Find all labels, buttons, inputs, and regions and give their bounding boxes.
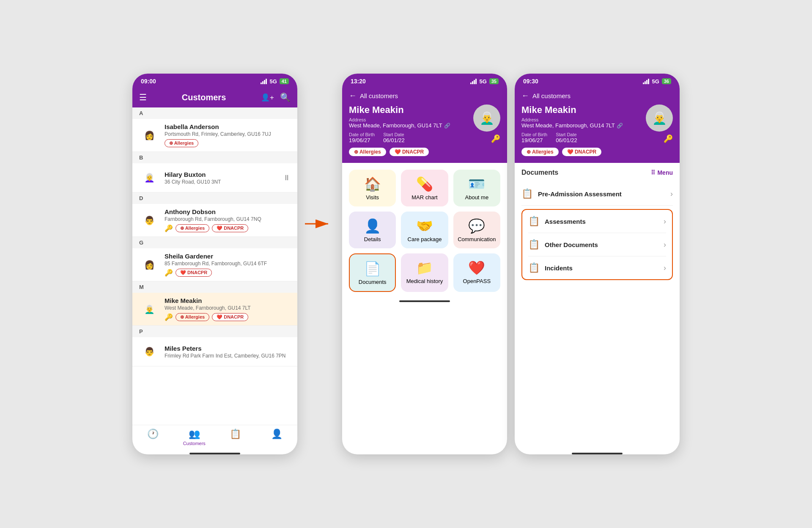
clock-icon: 🕐: [147, 429, 159, 440]
list-item[interactable]: 👩 Isabella Anderson Portsmouth Rd, Friml…: [132, 119, 297, 152]
avatar: 👩: [139, 255, 159, 275]
profile-meta-2: Date of Birth 19/06/27 Start Date 06/01/…: [349, 132, 450, 143]
address-link-icon-2[interactable]: 🔗: [444, 123, 450, 129]
docs-title: Documents: [521, 169, 558, 176]
doc-name-other: Other Documents: [545, 241, 658, 248]
key-icon: 🔑: [165, 269, 173, 277]
tile-documents[interactable]: 📄 Documents: [349, 253, 396, 292]
menu-button-docs[interactable]: ⠿ Menu: [651, 169, 673, 176]
chevron-right-icon-3: ›: [664, 264, 666, 272]
details-icon: 👤: [364, 219, 381, 233]
dob-value-3: 19/06/27: [521, 137, 547, 143]
nav-item-clock[interactable]: 🕐: [132, 429, 174, 446]
tile-about-me[interactable]: 🪪 About me: [453, 170, 500, 206]
tile-medical-history[interactable]: 📁 Medical history: [401, 253, 448, 292]
back-label-3: All customers: [532, 92, 571, 99]
back-arrow-3[interactable]: ←: [521, 91, 529, 100]
address-value-2: West Meade, Farnborough, GU14 7LT: [349, 122, 442, 129]
allergies-badge-2: ⊕ Allergies: [349, 148, 386, 156]
tile-medhist-label: Medical history: [406, 278, 443, 284]
signal-icon-1: [261, 79, 267, 84]
list-item[interactable]: 👨 Miles Peters Frimley Rd Park Farm Ind …: [132, 337, 297, 366]
avatar-key-group-3: 👨‍🦳 🔑: [646, 104, 673, 143]
back-row-3: ← All customers: [521, 91, 673, 100]
address-value-3: West Meade, Farnborough, GU14 7LT: [521, 122, 615, 129]
profile-icon: 👤: [271, 429, 283, 440]
menu-button[interactable]: ☰: [139, 92, 147, 102]
customer-address: West Meade, Farnborough, GU14 7LT: [165, 305, 291, 311]
medhist-icon: 📁: [416, 261, 433, 275]
customer-info: Anthony Dobson Farnborough Rd, Farnborou…: [165, 208, 291, 232]
nav-item-profile[interactable]: 👤: [256, 429, 298, 446]
key-icon: 🔑: [165, 313, 173, 321]
care-icon: 🤝: [416, 219, 433, 233]
tile-care-package[interactable]: 🤝 Care package: [401, 212, 448, 248]
list-item[interactable]: 👨‍🦳 Mike Meakin West Meade, Farnborough,…: [132, 293, 297, 326]
list-item[interactable]: 👨 Anthony Dobson Farnborough Rd, Farnbor…: [132, 204, 297, 237]
bottom-nav: 🕐 👥 Customers 📋 👤: [132, 425, 297, 451]
tile-openpass-label: OpenPASS: [463, 278, 491, 284]
start-label-3: Start Date: [556, 132, 577, 137]
address-label-2: Address: [349, 117, 450, 122]
start-value-2: 06/01/22: [383, 137, 405, 143]
profile-header-3: ← All customers Mike Meakin Address West…: [515, 87, 680, 163]
list-item[interactable]: 👩 Sheila Gardener 85 Farnborough Rd, Far…: [132, 248, 297, 281]
network-3: 5G: [652, 78, 659, 85]
avatar-2: 👨‍🦳: [473, 104, 500, 132]
profile-info-2: Mike Meakin Address West Meade, Farnboro…: [349, 104, 450, 143]
address-link-icon-3[interactable]: 🔗: [617, 123, 623, 129]
tile-openpass[interactable]: ❤️ OpenPASS: [453, 253, 500, 292]
menu-grid-icon: ⠿: [651, 169, 655, 176]
customer-address: Farnborough Rd, Farnborough, GU14 7NQ: [165, 216, 291, 222]
doc-item-pre-admission[interactable]: 📋 Pre-Admission Assessment ›: [521, 182, 673, 206]
section-d: D: [132, 192, 297, 204]
customer-address: Frimley Rd Park Farm Ind Est, Camberley,…: [165, 353, 291, 359]
menu-label: Menu: [657, 169, 673, 176]
doc-item-other[interactable]: 📋 Other Documents ›: [528, 233, 666, 256]
customer-name: Isabella Anderson: [165, 123, 291, 130]
section-g: G: [132, 237, 297, 248]
allergies-badge-3: ⊕ Allergies: [521, 148, 559, 156]
doc-item-assessments[interactable]: 📋 Assessments ›: [528, 210, 666, 233]
doc-name-assessments: Assessments: [545, 218, 658, 225]
grid-menu: 🏠 Visits 💊 MAR chart 🪪 About me 👤 Detail…: [342, 163, 507, 299]
profile-badges-3: ⊕ Allergies ❤️ DNACPR: [521, 148, 673, 156]
doc-item-incidents[interactable]: 📋 Incidents ›: [528, 256, 666, 279]
docs-tile-icon: 📄: [364, 262, 381, 275]
status-bar-1: 09:00 5G 41: [132, 74, 297, 87]
dob-group-2: Date of Birth 19/06/27: [349, 132, 375, 143]
customer-tags: ⊕ Allergies: [165, 139, 291, 147]
nav-item-customers[interactable]: 👥 Customers: [174, 429, 215, 446]
status-icons-2: 5G 35: [470, 78, 499, 85]
avatar: 👩‍🦳: [139, 168, 159, 188]
tile-details[interactable]: 👤 Details: [349, 212, 396, 248]
search-button[interactable]: 🔍: [280, 92, 291, 102]
tile-mar-chart[interactable]: 💊 MAR chart: [401, 170, 448, 206]
openpass-icon: ❤️: [468, 261, 485, 275]
start-group-3: Start Date 06/01/22: [556, 132, 577, 143]
tile-comm-label: Communication: [458, 236, 496, 242]
time-2: 13:20: [351, 78, 366, 85]
comm-icon: 💬: [468, 219, 485, 233]
add-user-button[interactable]: 👤+: [261, 92, 274, 102]
profile-meta-3: Date of Birth 19/06/27 Start Date 06/01/…: [521, 132, 623, 143]
tile-communication[interactable]: 💬 Communication: [453, 212, 500, 248]
documents-section: Documents ⠿ Menu 📋 Pre-Admission Assessm…: [515, 163, 680, 451]
dnacpr-tag: ❤️ DNACPR: [176, 269, 212, 277]
customer-info: Mike Meakin West Meade, Farnborough, GU1…: [165, 297, 291, 321]
customer-name: Hilary Buxton: [165, 171, 278, 178]
key-icon-3: 🔑: [664, 134, 673, 143]
dnacpr-tag: ❤️ DNACPR: [212, 313, 248, 321]
status-bar-3: 09:30 5G 36: [515, 74, 680, 87]
customers-icon: 👥: [189, 429, 200, 440]
nav-item-docs[interactable]: 📋: [215, 429, 256, 446]
section-p: P: [132, 326, 297, 337]
customer-address: 36 City Road, GU10 3NT: [165, 179, 278, 185]
profile-info-3: Mike Meakin Address West Meade, Farnboro…: [521, 104, 623, 143]
screens-container: 09:00 5G 41 ☰ Customers 👤+ 🔍: [132, 74, 680, 454]
list-item[interactable]: 👩‍🦳 Hilary Buxton 36 City Road, GU10 3NT…: [132, 163, 297, 192]
chevron-right-icon: ›: [670, 190, 673, 198]
back-arrow-2[interactable]: ←: [349, 91, 357, 100]
avatar: 👨‍🦳: [139, 299, 159, 319]
tile-visits[interactable]: 🏠 Visits: [349, 170, 396, 206]
